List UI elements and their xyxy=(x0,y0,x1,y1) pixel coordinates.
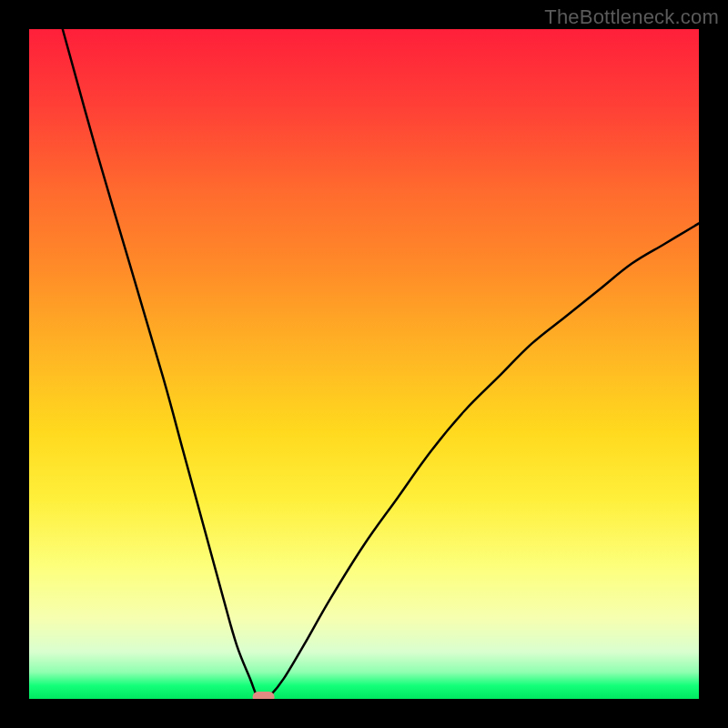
plot-area xyxy=(29,29,699,699)
curve-layer xyxy=(29,29,699,699)
bottleneck-curve xyxy=(63,29,699,699)
chart-frame: TheBottleneck.com xyxy=(0,0,728,728)
watermark-text: TheBottleneck.com xyxy=(544,5,719,29)
bottleneck-marker xyxy=(253,692,275,699)
svg-rect-0 xyxy=(253,692,275,699)
